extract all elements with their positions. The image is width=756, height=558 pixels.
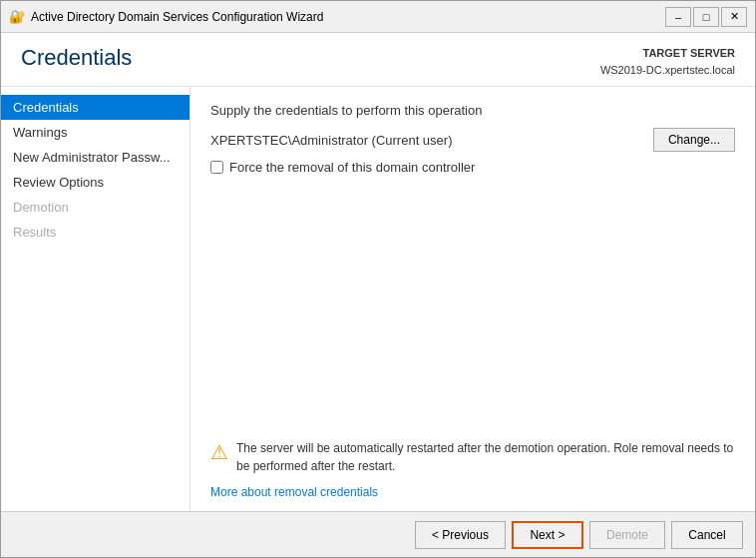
sidebar-item-new-admin-password[interactable]: New Administrator Passw... bbox=[1, 145, 189, 170]
window-title: Active Directory Domain Services Configu… bbox=[31, 10, 323, 24]
next-button[interactable]: Next > bbox=[512, 521, 583, 549]
warning-box: ⚠ The server will be automatically resta… bbox=[210, 439, 735, 475]
demote-button[interactable]: Demote bbox=[589, 521, 665, 549]
header-bar: Credentials TARGET SERVER WS2019-DC.xper… bbox=[1, 33, 755, 87]
checkbox-label: Force the removal of this domain control… bbox=[229, 160, 475, 175]
cancel-button[interactable]: Cancel bbox=[671, 521, 743, 549]
force-removal-checkbox[interactable] bbox=[210, 161, 223, 174]
target-server-label: TARGET SERVER bbox=[600, 45, 735, 62]
maximize-button[interactable]: □ bbox=[693, 7, 719, 27]
instructions-text: Supply the credentials to perform this o… bbox=[210, 103, 735, 118]
minimize-button[interactable]: – bbox=[665, 7, 691, 27]
checkbox-row: Force the removal of this domain control… bbox=[210, 160, 735, 175]
more-link[interactable]: More about removal credentials bbox=[210, 485, 735, 499]
sidebar-item-credentials[interactable]: Credentials bbox=[1, 95, 189, 120]
title-bar: 🔐 Active Directory Domain Services Confi… bbox=[1, 1, 755, 33]
close-button[interactable]: ✕ bbox=[721, 7, 747, 27]
target-server-name: WS2019-DC.xpertstec.local bbox=[600, 62, 735, 79]
target-server-info: TARGET SERVER WS2019-DC.xpertstec.local bbox=[600, 45, 735, 78]
change-button[interactable]: Change... bbox=[653, 128, 735, 152]
footer: < Previous Next > Demote Cancel bbox=[1, 511, 755, 557]
previous-button[interactable]: < Previous bbox=[415, 521, 506, 549]
page-title: Credentials bbox=[21, 45, 132, 71]
title-bar-left: 🔐 Active Directory Domain Services Confi… bbox=[9, 9, 323, 25]
credential-user: XPERTSTEC\Administrator (Current user) bbox=[210, 133, 453, 148]
sidebar-item-warnings[interactable]: Warnings bbox=[1, 120, 189, 145]
warning-text: The server will be automatically restart… bbox=[236, 439, 735, 475]
credential-row: XPERTSTEC\Administrator (Current user) C… bbox=[210, 128, 735, 152]
sidebar-item-results: Results bbox=[1, 220, 189, 245]
sidebar: Credentials Warnings New Administrator P… bbox=[1, 87, 190, 511]
right-panel: Supply the credentials to perform this o… bbox=[190, 87, 755, 511]
sidebar-item-review-options[interactable]: Review Options bbox=[1, 170, 189, 195]
main-window: 🔐 Active Directory Domain Services Confi… bbox=[0, 0, 756, 558]
app-icon: 🔐 bbox=[9, 9, 25, 25]
sidebar-item-demotion: Demotion bbox=[1, 195, 189, 220]
title-bar-controls: – □ ✕ bbox=[665, 7, 747, 27]
warning-icon: ⚠ bbox=[210, 440, 228, 464]
